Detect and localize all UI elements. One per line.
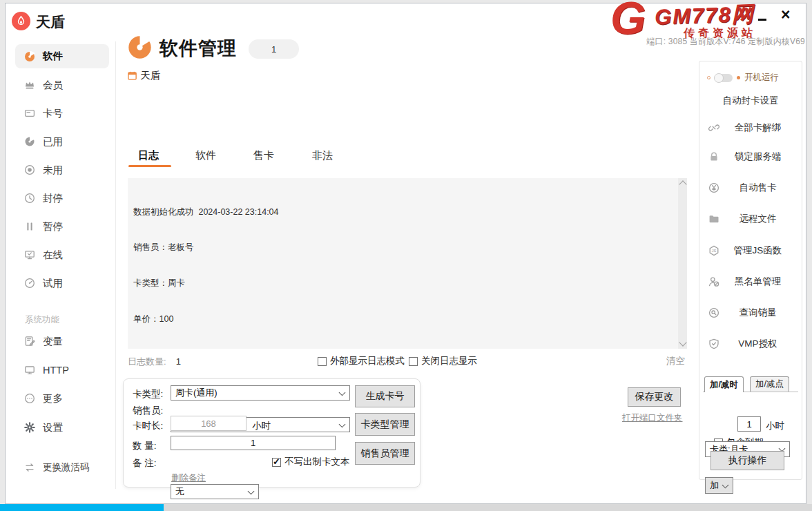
close-log-display-checkbox[interactable]: 关闭日志显示 bbox=[409, 355, 477, 367]
tab-software[interactable]: 软件 bbox=[195, 149, 216, 162]
autorun-toggle-row[interactable]: 开机运行 bbox=[707, 72, 779, 84]
generate-card-button[interactable]: 生成卡号 bbox=[355, 385, 415, 407]
sidebar-item-variables[interactable]: 变量 bbox=[15, 331, 109, 351]
duration-label: 卡时长: bbox=[133, 420, 163, 432]
log-count: 日志数量:1 bbox=[128, 356, 181, 368]
sidebar-item-more[interactable]: 更多 bbox=[15, 388, 109, 409]
lock-icon bbox=[708, 151, 719, 162]
sidebar-item-online[interactable]: 在线 bbox=[15, 244, 109, 265]
remark-value: 无 bbox=[175, 485, 184, 498]
sidebar-item-label: 未用 bbox=[43, 164, 63, 177]
panel-item-blacklist[interactable]: 黑名单管理 bbox=[699, 271, 802, 292]
log-line: 销售员：老板号 bbox=[133, 242, 670, 253]
sidebar-item-label: 暂停 bbox=[43, 220, 63, 233]
tab-add-subtract-time[interactable]: 加/减时 bbox=[704, 376, 744, 392]
pie-used-icon bbox=[24, 136, 35, 147]
sidebar-item-change-activation[interactable]: 更换激活码 bbox=[15, 457, 109, 478]
panel-item-js-functions[interactable]: JS 管理JS函数 bbox=[699, 240, 802, 261]
pause-icon bbox=[24, 221, 35, 232]
log-scrollbar[interactable] bbox=[678, 178, 687, 349]
duration-input[interactable]: 168 bbox=[171, 416, 246, 431]
card-type-select[interactable]: 周卡(通用) bbox=[171, 385, 350, 401]
sidebar-item-unused[interactable]: 未用 bbox=[15, 160, 109, 180]
card-icon bbox=[24, 108, 35, 119]
sidebar-item-banned[interactable]: 封停 bbox=[15, 188, 109, 209]
delete-remark-link[interactable]: 删除备注 bbox=[171, 472, 206, 484]
toggle-dot-outline bbox=[707, 76, 710, 79]
card-type-manage-button[interactable]: 卡类型管理 bbox=[355, 413, 415, 436]
seller-label: 销售员: bbox=[133, 405, 163, 417]
seller-manage-button[interactable]: 销售员管理 bbox=[355, 442, 415, 465]
pie-chart-icon bbox=[24, 51, 35, 62]
panel-item-auto-sell[interactable]: 自动售卡 bbox=[699, 177, 802, 198]
scroll-down-icon[interactable] bbox=[679, 338, 686, 346]
panel-item-lock-server[interactable]: 锁定服务端 bbox=[699, 146, 802, 167]
autorun-label: 开机运行 bbox=[744, 72, 779, 84]
amount-input[interactable]: 1 bbox=[737, 416, 761, 432]
sidebar-item-label: 更换激活码 bbox=[43, 461, 90, 474]
checkbox-checked-icon[interactable] bbox=[272, 458, 281, 467]
sidebar-item-http[interactable]: HTTP bbox=[15, 360, 109, 380]
sidebar-item-paused[interactable]: 暂停 bbox=[15, 216, 109, 237]
sidebar-item-members[interactable]: 会员 bbox=[15, 75, 109, 95]
open-port-folder-link[interactable]: 打开端口文件夹 bbox=[622, 412, 683, 424]
sidebar-item-label: HTTP bbox=[43, 365, 69, 376]
sidebar-item-cards[interactable]: 卡号 bbox=[15, 103, 109, 124]
save-changes-button[interactable]: 保存更改 bbox=[628, 387, 681, 407]
no-export-checkbox[interactable]: 不写出制卡文本 bbox=[272, 456, 350, 468]
log-count-value: 1 bbox=[176, 356, 181, 367]
sidebar-item-software[interactable]: 软件 bbox=[15, 44, 109, 68]
clear-log-link[interactable]: 清空 bbox=[666, 355, 685, 367]
panel-item-unbind-all[interactable]: 全部卡解绑 bbox=[699, 117, 802, 138]
panel-item-query-sales[interactable]: 查询销量 bbox=[699, 302, 802, 323]
document-pen-icon bbox=[24, 336, 35, 347]
panel-item-vmp-auth[interactable]: VMP授权 bbox=[699, 334, 802, 354]
tab-add-subtract-points[interactable]: 加/减点 bbox=[750, 376, 789, 392]
autorun-toggle[interactable] bbox=[715, 74, 733, 82]
flame-icon bbox=[14, 15, 28, 28]
checkbox-icon[interactable] bbox=[318, 357, 327, 366]
sidebar-item-settings[interactable]: 设置 bbox=[15, 417, 109, 438]
checkbox-icon[interactable] bbox=[409, 357, 418, 366]
js-icon: JS bbox=[708, 245, 719, 256]
app-instance-tab-label: 天盾 bbox=[140, 69, 160, 82]
operation-select[interactable]: 加 bbox=[705, 477, 733, 494]
panel-item-label: 全部卡解绑 bbox=[719, 122, 802, 134]
app-instance-tab[interactable]: 天盾 bbox=[127, 69, 160, 82]
card-type-label: 卡类型: bbox=[133, 388, 163, 401]
sidebar-item-label: 软件 bbox=[43, 50, 63, 63]
shield-check-icon bbox=[708, 338, 719, 349]
sidebar-item-used[interactable]: 已用 bbox=[15, 131, 109, 152]
log-line: 卡类型：周卡 bbox=[133, 278, 670, 289]
panel-item-remote-files[interactable]: 远程文件 bbox=[699, 209, 802, 229]
close-button[interactable]: × bbox=[781, 6, 790, 24]
crown-icon bbox=[24, 79, 35, 90]
auto-ban-settings[interactable]: 自动封卡设置 bbox=[699, 95, 802, 107]
tab-illegal[interactable]: 非法 bbox=[312, 149, 333, 162]
external-log-mode-checkbox[interactable]: 外部显示日志模式 bbox=[318, 355, 405, 367]
desktop-strip bbox=[164, 504, 812, 511]
close-log-display-label: 关闭日志显示 bbox=[421, 355, 477, 367]
user-block-icon bbox=[708, 276, 719, 287]
tab-log[interactable]: 日志 bbox=[138, 149, 159, 162]
scroll-up-icon[interactable] bbox=[679, 180, 686, 188]
log-line: 数据初始化成功 2024-03-22 23:14:04 bbox=[133, 206, 670, 218]
sidebar-item-label: 试用 bbox=[43, 277, 63, 290]
minimize-button[interactable] bbox=[758, 19, 766, 21]
operation-value: 加 bbox=[710, 479, 719, 492]
sidebar-item-trial[interactable]: 试用 bbox=[15, 273, 109, 293]
sidebar-item-label: 设置 bbox=[43, 421, 63, 434]
monitor-check-icon bbox=[24, 249, 35, 260]
sidebar-item-label: 变量 bbox=[43, 335, 63, 348]
remark-select[interactable]: 无 bbox=[171, 484, 259, 499]
tab-sell-card[interactable]: 售卡 bbox=[253, 149, 274, 162]
log-output[interactable]: 数据初始化成功 2024-03-22 23:14:04 销售员：老板号 卡类型：… bbox=[128, 178, 687, 349]
quantity-input[interactable]: 1 bbox=[171, 436, 336, 450]
panel-item-label: 锁定服务端 bbox=[719, 151, 802, 163]
execute-operation-button[interactable]: 执行操作 bbox=[710, 451, 784, 470]
panel-item-label: 远程文件 bbox=[719, 213, 802, 225]
sidebar-item-label: 更多 bbox=[43, 392, 63, 405]
toggle-knob bbox=[714, 73, 724, 83]
amount-unit-label: 小时 bbox=[766, 420, 784, 432]
panel-item-label: 管理JS函数 bbox=[719, 244, 802, 257]
